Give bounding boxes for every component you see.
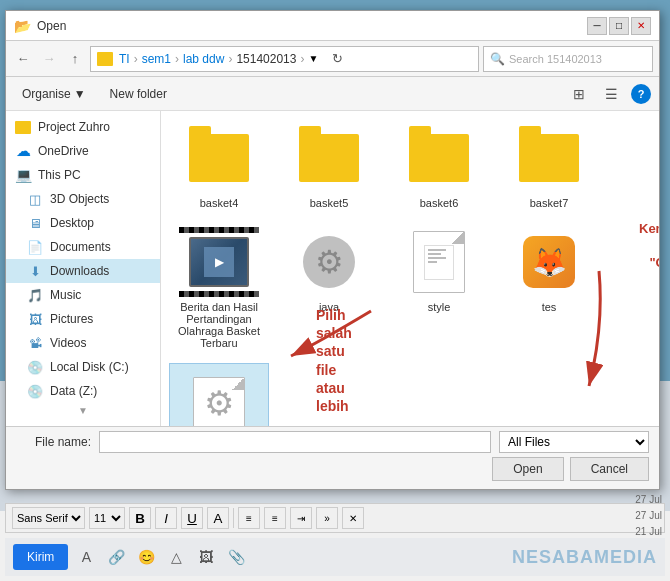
- organise-button[interactable]: Organise ▼: [14, 82, 94, 106]
- open-dialog: 📂 Open ─ □ ✕ ← → ↑ TI › sem1 › lab ddw ›…: [5, 10, 660, 490]
- bold-button[interactable]: B: [129, 507, 151, 529]
- italic-button[interactable]: I: [155, 507, 177, 529]
- folder-icon-basket5: [299, 134, 359, 182]
- refresh-button[interactable]: ↻: [326, 48, 348, 70]
- 3d-objects-icon: ◫: [26, 191, 44, 207]
- watermark-area: NESABAMEDIA: [254, 547, 657, 568]
- file-item-basket5[interactable]: basket5: [279, 119, 379, 213]
- breadcrumb-labddw[interactable]: lab ddw: [183, 52, 224, 66]
- window-controls[interactable]: ─ □ ✕: [587, 17, 651, 35]
- image-button[interactable]: 🖼: [194, 545, 218, 569]
- file-item-java[interactable]: ⚙ java: [279, 223, 379, 353]
- quote-button[interactable]: »: [316, 507, 338, 529]
- video-frame: ▶: [191, 239, 247, 285]
- file-area[interactable]: basket4 basket5 basket6 basket7: [161, 111, 659, 426]
- font-format-button[interactable]: A: [74, 545, 98, 569]
- file-item-berita-video[interactable]: ▶ Berita dan Hasil Pertandingan Olahraga…: [169, 223, 269, 353]
- align-button[interactable]: ≡: [238, 507, 260, 529]
- title-bar: 📂 Open ─ □ ✕: [6, 11, 659, 41]
- indent-button[interactable]: ⇥: [290, 507, 312, 529]
- sidebar-label-videos: Videos: [50, 336, 86, 350]
- onedrive-icon: ☁: [14, 143, 32, 159]
- action-buttons: Open Cancel: [16, 453, 649, 485]
- remove-format-button[interactable]: ✕: [342, 507, 364, 529]
- sidebar-item-local-disk-c[interactable]: 💿 Local Disk (C:): [6, 355, 160, 379]
- style-thumb: [399, 227, 479, 297]
- breadcrumb-ti[interactable]: TI: [119, 52, 130, 66]
- new-folder-button[interactable]: New folder: [102, 82, 175, 106]
- cancel-button[interactable]: Cancel: [570, 457, 649, 481]
- downloads-icon: ⬇: [26, 263, 44, 279]
- file-item-basket4[interactable]: basket4: [169, 119, 269, 213]
- minimize-button[interactable]: ─: [587, 17, 607, 35]
- file-item-style[interactable]: style: [389, 223, 489, 353]
- berita-video-thumb: ▶: [179, 227, 259, 297]
- close-button[interactable]: ✕: [631, 17, 651, 35]
- search-placeholder: Search 151402013: [509, 53, 602, 65]
- java-thumb: ⚙: [289, 227, 369, 297]
- breadcrumb-id[interactable]: 151402013: [236, 52, 296, 66]
- drawing-button[interactable]: △: [164, 545, 188, 569]
- back-button[interactable]: ←: [12, 48, 34, 70]
- sidebar-item-3d-objects[interactable]: ◫ 3D Objects: [6, 187, 160, 211]
- style-label: style: [428, 301, 451, 313]
- search-icon: 🔍: [490, 52, 505, 66]
- filetype-select[interactable]: All Files: [499, 431, 649, 453]
- list-button[interactable]: ≡: [264, 507, 286, 529]
- sidebar-item-documents[interactable]: 📄 Documents: [6, 235, 160, 259]
- sidebar-item-data-z[interactable]: 💿 Data (Z:): [6, 379, 160, 403]
- link-button[interactable]: 🔗: [104, 545, 128, 569]
- breadcrumb[interactable]: TI › sem1 › lab ddw › 151402013 › ▼ ↻: [90, 46, 479, 72]
- sidebar-item-music[interactable]: 🎵 Music: [6, 283, 160, 307]
- bottom-filename-bar: File name: All Files Open Cancel: [6, 426, 659, 489]
- file-toolbar: Organise ▼ New folder ⊞ ☰ ?: [6, 77, 659, 111]
- sidebar-label-3d-objects: 3D Objects: [50, 192, 109, 206]
- underline-button[interactable]: U: [181, 507, 203, 529]
- basket4-thumb: [179, 123, 259, 193]
- basket5-thumb: [289, 123, 369, 193]
- forward-button[interactable]: →: [38, 48, 60, 70]
- font-size-select[interactable]: 11: [89, 507, 125, 529]
- send-button[interactable]: Kirim: [13, 544, 68, 570]
- font-family-select[interactable]: Sans Serif: [12, 507, 85, 529]
- sidebar-label-documents: Documents: [50, 240, 111, 254]
- berita-video-label: Berita dan Hasil Pertandingan Olahraga B…: [173, 301, 265, 349]
- documents-icon: 📄: [26, 239, 44, 255]
- open-button[interactable]: Open: [492, 457, 563, 481]
- sidebar-item-onedrive[interactable]: ☁ OneDrive: [6, 139, 160, 163]
- java-label: java: [319, 301, 339, 313]
- sidebar-item-this-pc[interactable]: 💻 This PC: [6, 163, 160, 187]
- sidebar-item-pictures[interactable]: 🖼 Pictures: [6, 307, 160, 331]
- email-format-toolbar: Sans Serif 11 B I U A ≡ ≡ ⇥ » ✕: [5, 503, 665, 533]
- breadcrumb-sem1[interactable]: sem1: [142, 52, 171, 66]
- data-z-icon: 💿: [26, 383, 44, 399]
- sidebar-item-videos[interactable]: 📽 Videos: [6, 331, 160, 355]
- search-box[interactable]: 🔍 Search 151402013: [483, 46, 653, 72]
- file-item-basket6[interactable]: basket6: [389, 119, 489, 213]
- font-color-button[interactable]: A: [207, 507, 229, 529]
- maximize-button[interactable]: □: [609, 17, 629, 35]
- filename-input[interactable]: [99, 431, 491, 453]
- dialog-title: Open: [37, 19, 581, 33]
- attachment-button[interactable]: 📎: [224, 545, 248, 569]
- sidebar-label-music: Music: [50, 288, 81, 302]
- view-button-grid[interactable]: ⊞: [567, 82, 591, 106]
- tes-thumb: 🦊: [509, 227, 589, 297]
- file-item-zoom[interactable]: ⚙ zoom: [169, 363, 269, 426]
- view-button-list[interactable]: ☰: [599, 82, 623, 106]
- sidebar: Project Zuhro ☁ OneDrive 💻 This PC ◫ 3D …: [6, 111, 161, 426]
- sidebar-label-downloads: Downloads: [50, 264, 109, 278]
- filename-row: File name: All Files: [16, 431, 649, 453]
- emoji-button[interactable]: 😊: [134, 545, 158, 569]
- organise-dropdown-icon: ▼: [74, 87, 86, 101]
- up-button[interactable]: ↑: [64, 48, 86, 70]
- sidebar-item-downloads[interactable]: ⬇ Downloads: [6, 259, 160, 283]
- file-item-tes[interactable]: 🦊 tes: [499, 223, 599, 353]
- folder-icon-basket7: [519, 134, 579, 182]
- file-item-basket7[interactable]: basket7: [499, 119, 599, 213]
- sidebar-item-desktop[interactable]: 🖥 Desktop: [6, 211, 160, 235]
- sidebar-item-project-zuhro[interactable]: Project Zuhro: [6, 115, 160, 139]
- desktop-icon: 🖥: [26, 215, 44, 231]
- breadcrumb-dropdown[interactable]: ▼: [308, 53, 318, 64]
- help-button[interactable]: ?: [631, 84, 651, 104]
